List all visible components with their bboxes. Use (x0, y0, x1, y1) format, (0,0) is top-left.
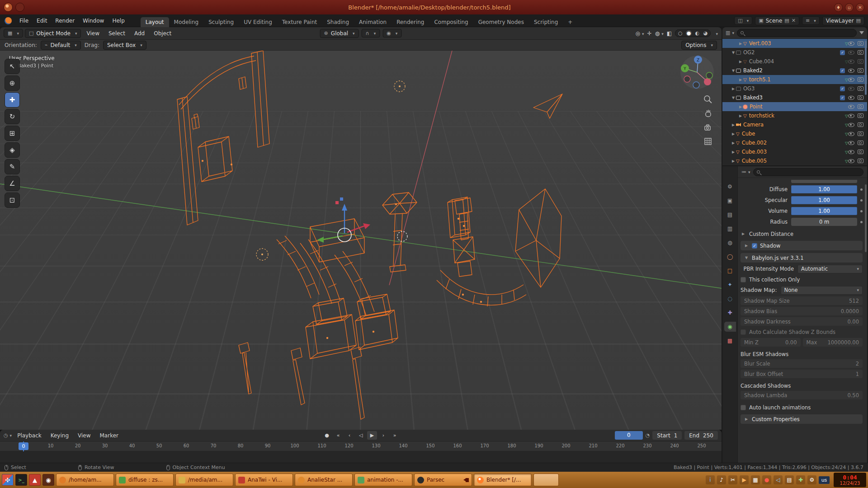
add-workspace-button[interactable]: + (563, 17, 577, 27)
tab-modeling[interactable]: Modeling (169, 17, 204, 27)
expand-icon[interactable] (744, 256, 749, 260)
media-play-tray-icon[interactable]: ▶ (740, 475, 749, 484)
properties-tab-render[interactable]: ▣ (724, 196, 736, 206)
settings-tray-icon[interactable]: ⚙ (807, 475, 816, 484)
playhead-frame-badge[interactable]: 0 (19, 442, 28, 450)
jump-to-end-button[interactable]: » (390, 431, 400, 440)
timeline-editor-type-icon[interactable]: ◷ (4, 432, 12, 438)
object-name[interactable]: Cube.003 (742, 149, 843, 155)
expand-icon[interactable] (738, 114, 743, 118)
auto-launch-row[interactable]: Auto launch animations (741, 403, 863, 412)
expand-icon[interactable] (738, 60, 743, 64)
xray-toggle-icon[interactable]: ◧ (667, 30, 672, 37)
camera-view-icon[interactable] (703, 122, 713, 133)
cursor-tool[interactable]: ⊕ (5, 75, 20, 91)
taskbar-window-parsec[interactable]: Parsec (414, 474, 472, 486)
new-viewlayer-icon[interactable]: ▤ (856, 18, 861, 23)
gimp-icon[interactable]: ◉ (42, 474, 54, 486)
timeline-track[interactable] (0, 451, 722, 463)
mode-dropdown[interactable]: □ Object Mode (25, 29, 81, 38)
menu-add[interactable]: Add (131, 29, 148, 38)
object-name[interactable]: Cube.005 (742, 158, 843, 164)
properties-tab-viewlayer[interactable]: ▥ (724, 224, 736, 234)
shading-solid-icon[interactable]: ● (686, 30, 692, 36)
taskbar-window-animation[interactable]: animation -... (354, 474, 412, 486)
render-visibility-icon[interactable] (858, 159, 863, 163)
gizmo-toggle-icon[interactable]: ✛ (647, 30, 652, 37)
outliner-row-og2[interactable]: OG2 (722, 48, 867, 57)
network-tray-icon[interactable]: ✚ (796, 475, 805, 484)
hide-eye-icon[interactable] (848, 105, 854, 109)
add-cube-tool[interactable]: ⊡ (5, 192, 20, 208)
expand-icon[interactable] (731, 159, 736, 163)
collection-name[interactable]: OG3 (743, 85, 840, 92)
menu-playback[interactable]: Playback (14, 431, 45, 440)
menu-render[interactable]: Render (51, 16, 79, 25)
properties-tab-constraints[interactable]: ✚ (724, 308, 736, 318)
snapping-dropdown[interactable]: ∩ (362, 29, 380, 38)
jump-to-start-button[interactable]: « (333, 431, 343, 440)
end-frame-field[interactable]: End 250 (684, 431, 718, 440)
expand-icon[interactable] (731, 96, 736, 100)
outliner-row-cube004[interactable]: Cube.004 (722, 57, 867, 66)
render-visibility-icon[interactable] (858, 50, 863, 55)
properties-tab-tool[interactable]: ⚙ (724, 182, 736, 192)
terminal-icon[interactable]: >_ (15, 474, 27, 486)
shadow-panel-header[interactable]: Shadow (741, 241, 863, 250)
keyboard-layout-indicator[interactable]: us (819, 476, 830, 484)
collection-name[interactable]: Baked3 (743, 94, 840, 101)
transform-orientation-dropdown[interactable]: ⊕ Global (320, 29, 359, 38)
properties-tab-output[interactable]: ▤ (724, 210, 736, 220)
taskbar-window-home[interactable]: /home/am... (56, 474, 114, 486)
tab-layout[interactable]: Layout (141, 17, 169, 27)
outliner-row-point[interactable]: Point (722, 102, 867, 111)
play-button[interactable]: ▶ (367, 431, 377, 440)
tab-shading[interactable]: Shading (322, 17, 354, 27)
render-visibility-icon[interactable] (858, 150, 863, 154)
outliner-display-mode-dropdown[interactable]: ▥ (726, 30, 734, 36)
taskbar-clock[interactable]: 0:04 12/24/23 (834, 473, 866, 487)
prev-keyframe-button[interactable]: ‹ (344, 431, 354, 440)
taskbar-window-media[interactable]: /media/am... (175, 474, 233, 486)
drag-setting-dropdown[interactable]: Select Box (103, 41, 146, 50)
display-tray-icon[interactable]: ▦ (751, 475, 760, 484)
menu-keying[interactable]: Keying (47, 431, 72, 440)
shading-rendered-icon[interactable]: ◕ (703, 30, 709, 36)
hide-eye-icon[interactable] (848, 150, 854, 154)
taskbar-window-analiestar[interactable]: AnalieStar ... (295, 474, 353, 486)
menu-file[interactable]: File (15, 16, 33, 25)
menu-edit[interactable]: Edit (33, 16, 51, 25)
expand-icon[interactable] (731, 123, 736, 127)
play-reverse-button[interactable]: ◁ (356, 431, 366, 440)
properties-search-input[interactable] (753, 168, 863, 176)
object-name[interactable]: Vert.003 (749, 40, 843, 47)
vlc-icon[interactable]: ▲ (29, 474, 41, 486)
menu-help[interactable]: Help (108, 16, 128, 25)
hide-eye-icon[interactable] (848, 159, 854, 163)
annotate-tool[interactable]: ✎ (5, 159, 20, 174)
transform-tool[interactable]: ◈ (5, 142, 20, 158)
radius-field[interactable]: 0 m (791, 218, 857, 226)
expand-icon[interactable] (738, 105, 743, 109)
expand-icon[interactable] (731, 150, 736, 154)
hide-eye-icon[interactable] (848, 51, 854, 55)
hide-eye-icon[interactable] (848, 60, 854, 64)
shadow-map-dropdown[interactable]: None (781, 286, 863, 295)
render-visibility-icon[interactable] (858, 141, 863, 145)
minimize-button[interactable]: ▫ (845, 3, 854, 12)
object-name[interactable]: Point (750, 103, 848, 110)
babylon-panel-header[interactable]: Babylon.js ver 3.3.1 (741, 253, 863, 263)
hide-eye-icon[interactable] (848, 69, 854, 73)
outliner-scrollbar[interactable] (865, 41, 867, 95)
volume-tray-icon[interactable]: ◁ (774, 475, 783, 484)
collection-checkbox[interactable] (840, 50, 845, 55)
object-name[interactable]: torchstick (749, 113, 843, 119)
volume-slider[interactable]: 1.00 (791, 207, 857, 215)
animate-dot[interactable] (860, 210, 863, 212)
taskbar-window-blank[interactable] (533, 474, 559, 486)
diffuse-slider[interactable]: 1.00 (791, 185, 857, 193)
menu-view-timeline[interactable]: View (74, 431, 94, 440)
orientation-setting-dropdown[interactable]: ⌁Default (41, 41, 81, 50)
menu-view[interactable]: View (83, 29, 103, 38)
expand-icon[interactable] (744, 417, 749, 421)
